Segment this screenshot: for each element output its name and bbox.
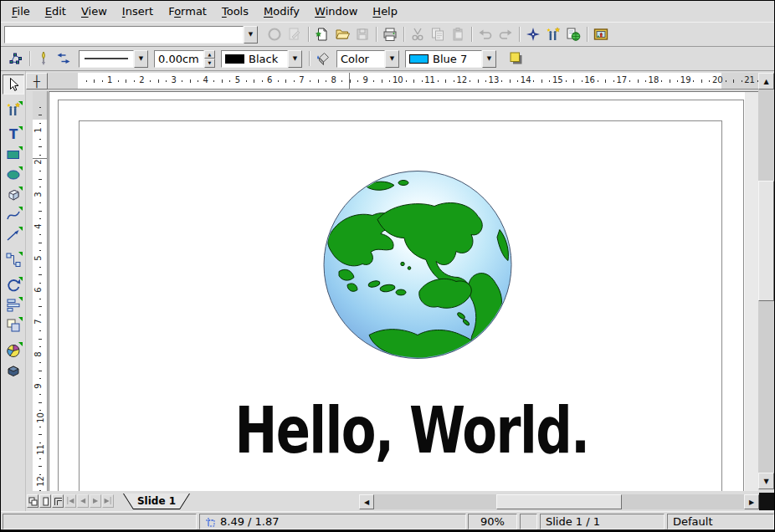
- gallery-icon[interactable]: [591, 24, 611, 44]
- last-page-button: ▶|: [102, 494, 114, 508]
- connector-tool-button[interactable]: [3, 250, 24, 270]
- paste-icon: [448, 24, 468, 44]
- ruler-number: 5: [233, 75, 243, 84]
- arrange-tool-button[interactable]: [3, 315, 24, 335]
- menu-modify[interactable]: Modify: [256, 3, 307, 20]
- fill-style-dropdown-button[interactable]: ▼: [385, 50, 399, 68]
- shadow-icon[interactable]: [506, 49, 526, 69]
- pen-icon[interactable]: [33, 49, 54, 69]
- separator: [516, 25, 523, 43]
- vertical-scrollbar-thumb[interactable]: [758, 181, 774, 301]
- fill-style-label[interactable]: Color: [336, 50, 385, 68]
- position-icon: [205, 517, 215, 527]
- menu-edit[interactable]: Edit: [38, 3, 74, 20]
- separator: [372, 25, 380, 43]
- paint-can-icon[interactable]: [313, 49, 333, 69]
- tab-slide-1[interactable]: Slide 1: [123, 494, 190, 509]
- status-zoom-panel[interactable]: 90%: [468, 514, 517, 529]
- line-style-dropdown-button[interactable]: ▼: [134, 50, 148, 68]
- menu-tools[interactable]: Tools: [214, 3, 256, 20]
- tab-label[interactable]: Slide 1: [124, 494, 189, 509]
- svg-text:T: T: [9, 127, 18, 142]
- arrow-style-icon[interactable]: [54, 49, 74, 69]
- ruler-number: 18: [649, 75, 659, 84]
- scrollbar-corner: [759, 493, 775, 510]
- submenu-flag: [18, 227, 23, 231]
- submenu-flag: [18, 317, 23, 321]
- main-toolbar: T: [1, 71, 26, 511]
- cut-icon: [408, 24, 428, 44]
- status-style-panel[interactable]: Default: [667, 514, 774, 529]
- line-width-value[interactable]: 0.00cm: [154, 50, 204, 68]
- edit-points-icon[interactable]: [6, 49, 26, 69]
- line-color-combobox[interactable]: Black ▼: [221, 50, 302, 68]
- stop-icon: [264, 24, 285, 44]
- line-width-spinner[interactable]: 0.00cm ▲▼: [154, 50, 215, 68]
- menu-file[interactable]: File: [4, 3, 38, 20]
- object-bar: ▼ 0.00cm ▲▼ Black ▼ Color ▼ Blue 7 ▼: [1, 47, 774, 71]
- menu-window[interactable]: Window: [307, 3, 365, 20]
- status-bar: 8.49 / 1.87 90% Slide 1 / 1 Default: [1, 511, 774, 531]
- menu-format[interactable]: Format: [161, 3, 214, 20]
- fill-color-combobox[interactable]: Blue 7 ▼: [405, 50, 496, 68]
- 3d-object-tool-button[interactable]: [3, 185, 24, 205]
- ruler-number: 19: [680, 75, 690, 84]
- curve-tool-button[interactable]: [3, 205, 24, 225]
- menu-view[interactable]: View: [74, 3, 115, 20]
- ruler-origin-button[interactable]: ┼: [26, 73, 48, 90]
- first-page-button: |◀: [64, 494, 76, 508]
- mode-slide-button[interactable]: [27, 494, 38, 508]
- ruler-number: 6: [33, 288, 43, 293]
- ruler-number: 10: [393, 75, 403, 84]
- fill-style-combobox[interactable]: Color ▼: [336, 50, 399, 68]
- window-edge: [1, 529, 774, 531]
- line-color-label: Black: [249, 53, 278, 65]
- scroll-right-button[interactable]: ▶: [744, 494, 759, 509]
- vertical-ruler[interactable]: 123456789101112: [33, 91, 48, 491]
- zoom-tool-button[interactable]: [3, 100, 24, 120]
- mode-master-button[interactable]: [39, 494, 51, 508]
- scroll-up-button[interactable]: ▲: [758, 73, 774, 90]
- slide-canvas[interactable]: Hello, World.: [49, 91, 758, 491]
- zoom-icon[interactable]: [543, 24, 563, 44]
- submenu-flag: [18, 187, 23, 191]
- ruler-number: 11: [36, 444, 45, 455]
- ellipse-tool-button[interactable]: [3, 165, 24, 185]
- mode-layer-button[interactable]: [52, 494, 64, 508]
- slide-title-text[interactable]: Hello, World.: [234, 399, 588, 463]
- menu-help[interactable]: Help: [365, 3, 405, 20]
- horizontal-ruler[interactable]: 123456789101112131415161718192021: [48, 73, 758, 90]
- line-style-sample: [83, 56, 130, 61]
- scroll-down-button[interactable]: ▼: [758, 473, 774, 489]
- horizontal-scrollbar-thumb[interactable]: [496, 494, 622, 509]
- separator: [583, 25, 591, 43]
- select-tool-button[interactable]: [3, 74, 24, 95]
- submenu-flag: [18, 297, 23, 301]
- url-dropdown-button[interactable]: ▼: [244, 26, 258, 43]
- print-icon[interactable]: [380, 24, 400, 44]
- effects-3d-tool-button[interactable]: [3, 361, 24, 381]
- line-color-dropdown-button[interactable]: ▼: [288, 50, 302, 68]
- hyperlink-icon[interactable]: [563, 24, 583, 44]
- line-arrow-tool-button[interactable]: [3, 225, 24, 245]
- insert-tool-button[interactable]: [3, 340, 24, 361]
- text-tool-button[interactable]: T: [3, 125, 24, 145]
- line-style-combobox[interactable]: ▼: [79, 50, 148, 68]
- navigator-icon[interactable]: [523, 24, 543, 44]
- fill-color-dropdown-button[interactable]: ▼: [482, 50, 496, 68]
- menu-bar: FileEditViewInsertFormatToolsModifyWindo…: [1, 1, 774, 23]
- menu-insert[interactable]: Insert: [115, 3, 161, 20]
- submenu-flag: [18, 277, 23, 281]
- rectangle-tool-button[interactable]: [3, 145, 24, 165]
- url-combobox[interactable]: ▼: [4, 26, 258, 43]
- offpage-area: [745, 92, 758, 491]
- new-document-icon[interactable]: [312, 24, 332, 44]
- url-input[interactable]: [4, 26, 244, 43]
- globe-graphic[interactable]: [322, 169, 513, 361]
- open-icon[interactable]: [332, 24, 352, 44]
- scroll-left-button[interactable]: ◀: [359, 494, 374, 509]
- rotate-tool-button[interactable]: [3, 275, 24, 295]
- status-slide-panel: Slide 1 / 1: [540, 514, 665, 529]
- alignment-tool-button[interactable]: [3, 295, 24, 315]
- line-width-spin-buttons[interactable]: ▲▼: [204, 50, 215, 68]
